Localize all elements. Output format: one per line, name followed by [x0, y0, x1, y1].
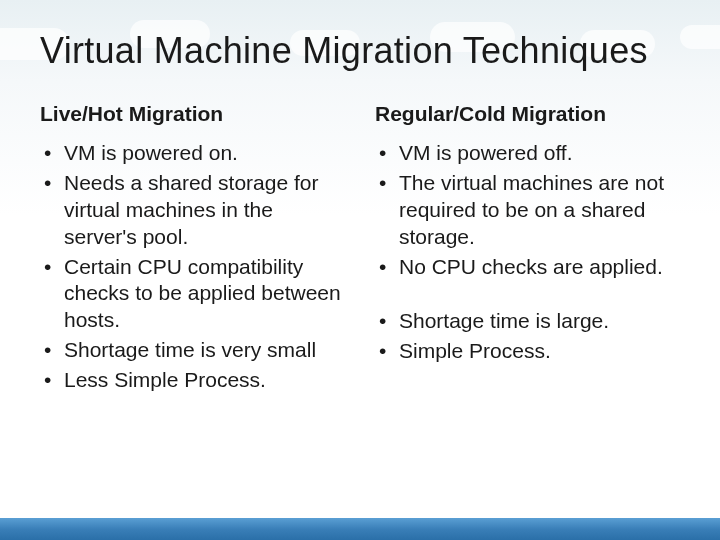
columns-container: Live/Hot Migration VM is powered on. Nee…	[40, 102, 680, 397]
left-column: Live/Hot Migration VM is powered on. Nee…	[40, 102, 345, 397]
list-item: VM is powered off.	[375, 140, 680, 167]
list-item: Shortage time is large.	[375, 308, 680, 335]
list-item: Certain CPU compatibility checks to be a…	[40, 254, 345, 335]
list-item: The virtual machines are not required to…	[375, 170, 680, 251]
list-item: Needs a shared storage for virtual machi…	[40, 170, 345, 251]
list-item: VM is powered on.	[40, 140, 345, 167]
list-item: Shortage time is very small	[40, 337, 345, 364]
right-column: Regular/Cold Migration VM is powered off…	[375, 102, 680, 397]
footer-bar	[0, 518, 720, 540]
list-item: Less Simple Process.	[40, 367, 345, 394]
left-heading: Live/Hot Migration	[40, 102, 345, 126]
list-item: No CPU checks are applied.	[375, 254, 680, 281]
list-item: Simple Process.	[375, 338, 680, 365]
left-list: VM is powered on. Needs a shared storage…	[40, 140, 345, 394]
slide-title: Virtual Machine Migration Techniques	[40, 30, 680, 72]
right-heading: Regular/Cold Migration	[375, 102, 680, 126]
slide-content: Virtual Machine Migration Techniques Liv…	[0, 0, 720, 417]
right-list: VM is powered off. The virtual machines …	[375, 140, 680, 365]
